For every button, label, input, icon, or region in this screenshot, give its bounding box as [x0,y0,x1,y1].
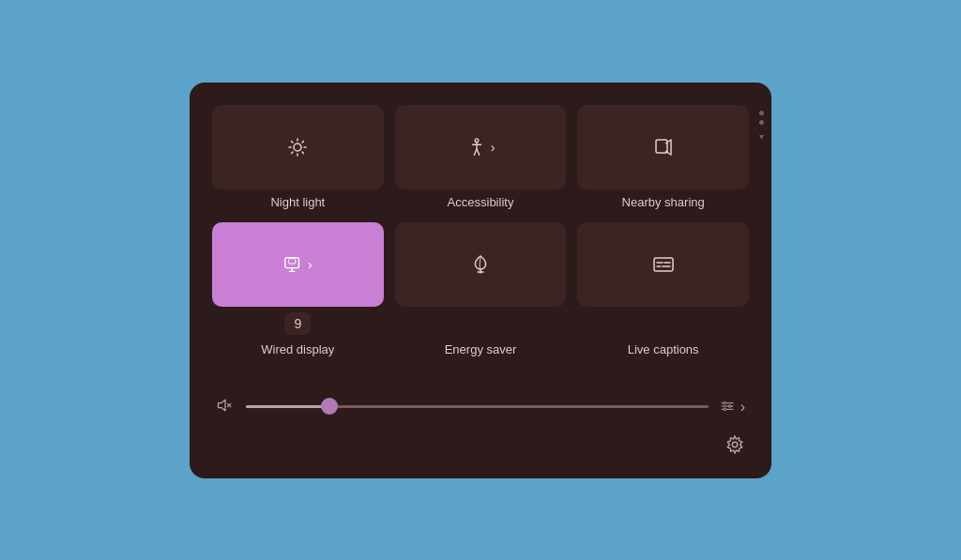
night-light-label: Night light [212,195,384,209]
svg-point-34 [724,408,726,411]
wired-display-badge: 9 [284,312,311,335]
scroll-arrow[interactable]: ▾ [759,131,764,142]
night-light-icon [286,136,309,159]
scroll-dot-1 [759,111,764,115]
live-captions-tile[interactable] [577,222,749,307]
svg-line-7 [302,141,303,142]
accessibility-label: Accessibility [395,195,567,209]
live-captions-label: Live captions [577,342,749,356]
svg-line-12 [474,148,477,154]
nearby-sharing-icon [652,136,675,159]
accessibility-icon: › [466,137,496,158]
scrollbar: ▾ [759,111,764,142]
svg-rect-21 [654,258,673,271]
volume-settings: › [720,399,745,416]
accessibility-chevron: › [491,140,496,155]
wired-display-chevron: › [308,257,313,272]
settings-icon[interactable] [725,434,745,460]
svg-line-6 [302,152,303,153]
slider-fill [246,405,329,408]
volume-slider[interactable] [246,405,709,409]
svg-marker-26 [219,400,226,411]
bottom-bar [212,434,749,460]
wired-display-icon: › [283,254,313,275]
volume-chevron[interactable]: › [740,399,745,416]
svg-point-32 [724,401,726,404]
nearby-sharing-tile[interactable] [577,105,749,189]
quick-settings-panel: ▾ [190,83,771,478]
wired-display-wrapper: › 9 [212,222,384,307]
svg-point-35 [732,442,738,447]
svg-line-13 [477,148,480,154]
svg-point-0 [294,144,301,151]
volume-icon [216,396,235,419]
wired-display-label: Wired display [212,342,384,356]
energy-saver-icon [469,253,492,276]
energy-saver-label: Energy saver [395,342,567,356]
svg-rect-15 [285,257,299,267]
scroll-dot-2 [759,120,764,125]
tiles-row-2: › 9 [212,222,749,370]
wired-display-tile[interactable]: › [212,222,384,307]
volume-settings-icon [720,399,735,416]
energy-saver-tile[interactable] [395,222,567,307]
svg-line-8 [292,152,293,153]
slider-thumb[interactable] [321,398,338,415]
accessibility-tile[interactable]: › [395,105,567,189]
svg-line-5 [292,141,293,142]
svg-point-33 [728,404,731,407]
night-light-tile[interactable] [212,105,384,189]
volume-section: › [212,396,749,419]
live-captions-icon [652,253,675,276]
tiles-row-1: › Night light Accessibility Nearby shari… [212,105,749,222]
svg-rect-16 [288,258,295,264]
nearby-sharing-label: Nearby sharing [577,195,749,209]
slider-track [246,405,709,408]
